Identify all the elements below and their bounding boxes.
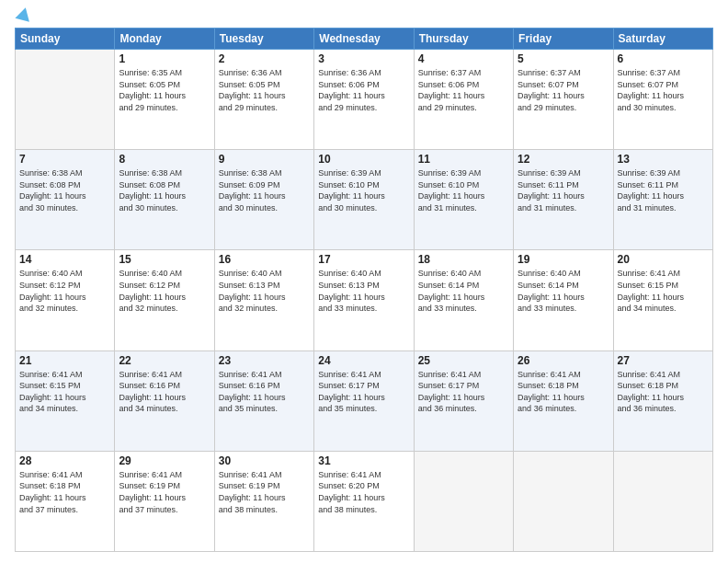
day-info: Sunrise: 6:37 AM Sunset: 6:06 PM Dayligh… [418,67,509,113]
day-number: 26 [518,354,609,367]
day-info: Sunrise: 6:40 AM Sunset: 6:13 PM Dayligh… [219,268,310,314]
day-number: 19 [518,253,609,266]
weekday-header-saturday: Saturday [613,29,712,50]
weekday-header-friday: Friday [514,29,613,50]
calendar-cell: 5Sunrise: 6:37 AM Sunset: 6:07 PM Daylig… [514,50,613,150]
page: SundayMondayTuesdayWednesdayThursdayFrid… [0,0,728,563]
calendar-cell: 14Sunrise: 6:40 AM Sunset: 6:12 PM Dayli… [16,250,115,350]
day-info: Sunrise: 6:41 AM Sunset: 6:17 PM Dayligh… [318,369,409,415]
calendar-cell [613,451,712,551]
calendar-cell: 13Sunrise: 6:39 AM Sunset: 6:11 PM Dayli… [613,150,712,250]
day-info: Sunrise: 6:41 AM Sunset: 6:20 PM Dayligh… [318,469,409,515]
calendar-cell: 2Sunrise: 6:36 AM Sunset: 6:05 PM Daylig… [214,50,313,150]
calendar-cell: 19Sunrise: 6:40 AM Sunset: 6:14 PM Dayli… [514,250,613,350]
day-number: 7 [19,153,110,166]
day-number: 4 [418,52,509,65]
calendar-cell: 15Sunrise: 6:40 AM Sunset: 6:12 PM Dayli… [115,250,214,350]
calendar-cell [414,451,513,551]
calendar-cell: 29Sunrise: 6:41 AM Sunset: 6:19 PM Dayli… [115,451,214,551]
day-info: Sunrise: 6:36 AM Sunset: 6:05 PM Dayligh… [219,67,310,113]
day-number: 20 [618,253,709,266]
calendar-cell: 1Sunrise: 6:35 AM Sunset: 6:05 PM Daylig… [115,50,214,150]
day-info: Sunrise: 6:41 AM Sunset: 6:19 PM Dayligh… [219,469,310,515]
day-number: 23 [219,354,310,367]
day-info: Sunrise: 6:38 AM Sunset: 6:08 PM Dayligh… [119,167,210,213]
day-info: Sunrise: 6:41 AM Sunset: 6:16 PM Dayligh… [119,369,210,415]
calendar-cell: 26Sunrise: 6:41 AM Sunset: 6:18 PM Dayli… [514,350,613,451]
calendar-table: SundayMondayTuesdayWednesdayThursdayFrid… [15,28,713,552]
calendar-cell: 28Sunrise: 6:41 AM Sunset: 6:18 PM Dayli… [16,451,115,551]
calendar-week-row: 28Sunrise: 6:41 AM Sunset: 6:18 PM Dayli… [16,451,713,551]
calendar-cell: 11Sunrise: 6:39 AM Sunset: 6:10 PM Dayli… [414,150,513,250]
calendar-cell: 31Sunrise: 6:41 AM Sunset: 6:20 PM Dayli… [314,451,414,551]
day-number: 21 [19,354,110,367]
day-info: Sunrise: 6:39 AM Sunset: 6:10 PM Dayligh… [318,167,409,213]
day-number: 28 [19,454,110,467]
weekday-header-monday: Monday [115,29,214,50]
calendar-cell: 17Sunrise: 6:40 AM Sunset: 6:13 PM Dayli… [314,250,414,350]
day-info: Sunrise: 6:40 AM Sunset: 6:14 PM Dayligh… [418,268,509,314]
day-number: 2 [219,52,310,65]
day-info: Sunrise: 6:36 AM Sunset: 6:06 PM Dayligh… [318,67,409,113]
calendar-cell: 18Sunrise: 6:40 AM Sunset: 6:14 PM Dayli… [414,250,513,350]
day-number: 31 [318,454,409,467]
calendar-cell: 7Sunrise: 6:38 AM Sunset: 6:08 PM Daylig… [16,150,115,250]
day-number: 17 [318,253,409,266]
weekday-header-tuesday: Tuesday [214,29,313,50]
day-info: Sunrise: 6:37 AM Sunset: 6:07 PM Dayligh… [518,67,609,113]
calendar-cell: 30Sunrise: 6:41 AM Sunset: 6:19 PM Dayli… [214,451,313,551]
day-info: Sunrise: 6:41 AM Sunset: 6:18 PM Dayligh… [618,369,709,415]
day-info: Sunrise: 6:41 AM Sunset: 6:15 PM Dayligh… [618,268,709,314]
day-info: Sunrise: 6:41 AM Sunset: 6:16 PM Dayligh… [219,369,310,415]
day-info: Sunrise: 6:39 AM Sunset: 6:11 PM Dayligh… [618,167,709,213]
day-number: 5 [518,52,609,65]
logo-triangle-icon [15,6,32,22]
calendar-cell: 24Sunrise: 6:41 AM Sunset: 6:17 PM Dayli… [314,350,414,451]
day-info: Sunrise: 6:40 AM Sunset: 6:12 PM Dayligh… [119,268,210,314]
calendar-cell: 8Sunrise: 6:38 AM Sunset: 6:08 PM Daylig… [115,150,214,250]
calendar-cell: 6Sunrise: 6:37 AM Sunset: 6:07 PM Daylig… [613,50,712,150]
day-info: Sunrise: 6:39 AM Sunset: 6:10 PM Dayligh… [418,167,509,213]
day-number: 16 [219,253,310,266]
day-info: Sunrise: 6:41 AM Sunset: 6:17 PM Dayligh… [418,369,509,415]
day-number: 30 [219,454,310,467]
day-number: 1 [119,52,210,65]
calendar-cell [16,50,115,150]
logo [15,11,31,20]
day-number: 11 [418,153,509,166]
calendar-week-row: 14Sunrise: 6:40 AM Sunset: 6:12 PM Dayli… [16,250,713,350]
day-number: 25 [418,354,509,367]
calendar-cell: 9Sunrise: 6:38 AM Sunset: 6:09 PM Daylig… [214,150,313,250]
calendar-cell: 23Sunrise: 6:41 AM Sunset: 6:16 PM Dayli… [214,350,313,451]
day-info: Sunrise: 6:40 AM Sunset: 6:14 PM Dayligh… [518,268,609,314]
calendar-cell: 10Sunrise: 6:39 AM Sunset: 6:10 PM Dayli… [314,150,414,250]
calendar-header-row: SundayMondayTuesdayWednesdayThursdayFrid… [16,29,713,50]
weekday-header-wednesday: Wednesday [314,29,414,50]
day-number: 18 [418,253,509,266]
day-info: Sunrise: 6:41 AM Sunset: 6:19 PM Dayligh… [119,469,210,515]
day-number: 14 [19,253,110,266]
calendar-week-row: 21Sunrise: 6:41 AM Sunset: 6:15 PM Dayli… [16,350,713,451]
day-number: 27 [618,354,709,367]
calendar-cell: 21Sunrise: 6:41 AM Sunset: 6:15 PM Dayli… [16,350,115,451]
calendar-week-row: 1Sunrise: 6:35 AM Sunset: 6:05 PM Daylig… [16,50,713,150]
calendar-week-row: 7Sunrise: 6:38 AM Sunset: 6:08 PM Daylig… [16,150,713,250]
calendar-cell: 20Sunrise: 6:41 AM Sunset: 6:15 PM Dayli… [613,250,712,350]
calendar-cell: 12Sunrise: 6:39 AM Sunset: 6:11 PM Dayli… [514,150,613,250]
day-number: 12 [518,153,609,166]
calendar-cell: 22Sunrise: 6:41 AM Sunset: 6:16 PM Dayli… [115,350,214,451]
calendar-cell: 4Sunrise: 6:37 AM Sunset: 6:06 PM Daylig… [414,50,513,150]
day-number: 13 [618,153,709,166]
day-number: 9 [219,153,310,166]
day-info: Sunrise: 6:37 AM Sunset: 6:07 PM Dayligh… [618,67,709,113]
weekday-header-sunday: Sunday [16,29,115,50]
calendar-cell: 16Sunrise: 6:40 AM Sunset: 6:13 PM Dayli… [214,250,313,350]
day-number: 29 [119,454,210,467]
day-info: Sunrise: 6:41 AM Sunset: 6:15 PM Dayligh… [19,369,110,415]
calendar-cell: 3Sunrise: 6:36 AM Sunset: 6:06 PM Daylig… [314,50,414,150]
day-number: 15 [119,253,210,266]
day-info: Sunrise: 6:41 AM Sunset: 6:18 PM Dayligh… [19,469,110,515]
day-info: Sunrise: 6:38 AM Sunset: 6:09 PM Dayligh… [219,167,310,213]
day-info: Sunrise: 6:41 AM Sunset: 6:18 PM Dayligh… [518,369,609,415]
day-info: Sunrise: 6:40 AM Sunset: 6:13 PM Dayligh… [318,268,409,314]
